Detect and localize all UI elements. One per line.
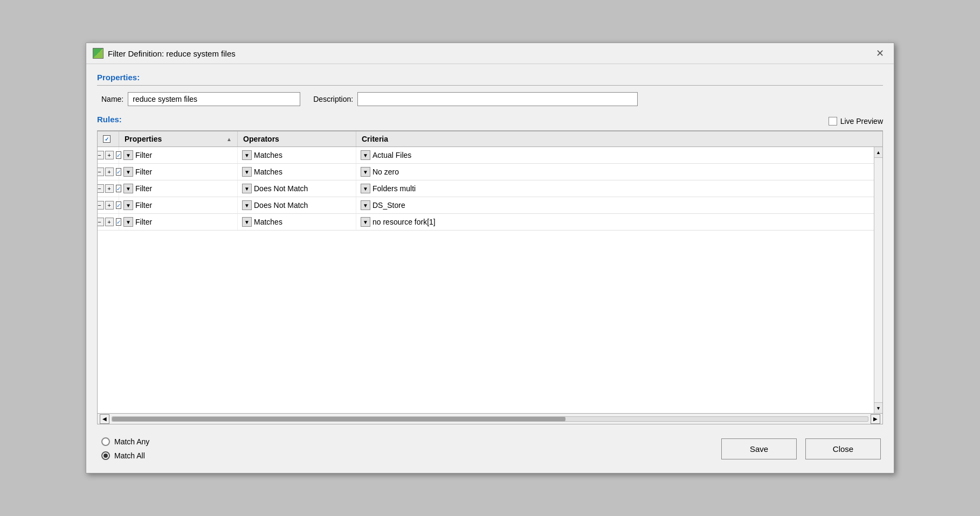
properties-fields: Name: Description:: [97, 92, 883, 106]
title-bar-left: Filter Definition: reduce system files: [93, 48, 236, 59]
table-row: − + ▼ Filter ▼ Matches ▼ No zero: [98, 164, 874, 180]
table-row: − + ▼ Filter ▼ Matches ▼ no resource for…: [98, 214, 874, 231]
operator-dropdown-2[interactable]: ▼: [242, 184, 252, 193]
row-add-remove-1: − +: [98, 168, 114, 176]
title-bar: Filter Definition: reduce system files ✕: [86, 43, 894, 64]
row-controls-3: − +: [98, 197, 119, 213]
live-preview-checkbox[interactable]: [829, 117, 837, 125]
action-buttons: Save Close: [721, 438, 883, 459]
match-any-radio[interactable]: [101, 437, 110, 446]
match-all-option[interactable]: Match All: [101, 451, 149, 460]
criteria-dropdown-3[interactable]: ▼: [361, 200, 370, 210]
operator-value-0: Matches: [254, 151, 282, 159]
table-header: Properties ▲ Operators Criteria: [98, 131, 882, 147]
row-add-remove-2: − +: [98, 184, 114, 193]
close-button-footer[interactable]: Close: [805, 438, 881, 459]
vertical-scrollbar[interactable]: ▲ ▼: [874, 147, 882, 413]
remove-btn-2[interactable]: −: [98, 184, 104, 193]
property-value-3: Filter: [135, 201, 152, 210]
criteria-dropdown-1[interactable]: ▼: [361, 167, 370, 177]
criteria-dropdown-0[interactable]: ▼: [361, 150, 370, 160]
operator-dropdown-4[interactable]: ▼: [242, 217, 252, 227]
scroll-track[interactable]: [112, 416, 868, 422]
criteria-value-1: No zero: [372, 168, 399, 176]
add-btn-4[interactable]: +: [105, 218, 114, 226]
operator-value-2: Does Not Match: [254, 184, 308, 193]
operator-value-4: Matches: [254, 218, 282, 226]
match-all-radio[interactable]: [101, 451, 110, 460]
row-add-remove-0: − +: [98, 151, 114, 159]
property-dropdown-0[interactable]: ▼: [123, 150, 133, 160]
th-properties: Properties ▲: [119, 131, 238, 147]
row-property-2: ▼ Filter: [119, 180, 238, 197]
col-properties: Properties: [125, 135, 162, 143]
rules-header: Rules: Live Preview: [97, 115, 883, 127]
add-btn-3[interactable]: +: [105, 201, 114, 210]
operator-dropdown-0[interactable]: ▼: [242, 150, 252, 160]
row-property-0: ▼ Filter: [119, 147, 238, 163]
name-field-group: Name:: [101, 92, 300, 106]
property-value-4: Filter: [135, 218, 152, 226]
sort-icon-properties: ▲: [226, 136, 232, 142]
criteria-value-0: Actual Files: [372, 151, 411, 159]
dialog: Filter Definition: reduce system files ✕…: [86, 43, 894, 473]
save-button[interactable]: Save: [721, 438, 797, 459]
row-criteria-2: ▼ Folders multi: [356, 180, 874, 197]
description-label: Description:: [313, 95, 353, 103]
remove-btn-4[interactable]: −: [98, 218, 104, 226]
th-controls: [98, 131, 119, 147]
operator-dropdown-3[interactable]: ▼: [242, 200, 252, 210]
property-dropdown-2[interactable]: ▼: [123, 184, 133, 193]
add-btn-0[interactable]: +: [105, 151, 114, 159]
remove-btn-0[interactable]: −: [98, 151, 104, 159]
properties-label: Properties:: [97, 73, 883, 82]
description-input[interactable]: [357, 92, 638, 106]
row-operator-3: ▼ Does Not Match: [238, 197, 356, 213]
filter-icon: [93, 48, 103, 59]
property-dropdown-1[interactable]: ▼: [123, 167, 133, 177]
row-add-remove-4: − +: [98, 218, 114, 226]
add-btn-2[interactable]: +: [105, 184, 114, 193]
horizontal-scrollbar: ◀ ▶: [98, 413, 882, 424]
match-any-option[interactable]: Match Any: [101, 437, 149, 446]
row-controls-4: − +: [98, 214, 119, 230]
radio-group: Match Any Match All: [97, 437, 149, 460]
row-operator-1: ▼ Matches: [238, 164, 356, 180]
rules-label: Rules:: [97, 115, 122, 124]
row-property-3: ▼ Filter: [119, 197, 238, 213]
rules-table: Properties ▲ Operators Criteria − +: [97, 131, 883, 424]
scroll-left-arrow[interactable]: ◀: [100, 414, 109, 424]
col-criteria: Criteria: [362, 135, 388, 143]
row-property-4: ▼ Filter: [119, 214, 238, 230]
property-dropdown-4[interactable]: ▼: [123, 217, 133, 227]
row-operator-0: ▼ Matches: [238, 147, 356, 163]
remove-btn-3[interactable]: −: [98, 201, 104, 210]
header-checkbox[interactable]: [103, 135, 111, 143]
row-operator-2: ▼ Does Not Match: [238, 180, 356, 197]
property-value-1: Filter: [135, 168, 152, 176]
scroll-down-arrow[interactable]: ▼: [874, 402, 882, 413]
scroll-up-arrow[interactable]: ▲: [874, 147, 882, 158]
property-dropdown-3[interactable]: ▼: [123, 200, 133, 210]
row-criteria-4: ▼ no resource fork[1]: [356, 214, 874, 230]
col-operators: Operators: [243, 135, 279, 143]
criteria-value-4: no resource fork[1]: [372, 218, 436, 226]
row-criteria-0: ▼ Actual Files: [356, 147, 874, 163]
scroll-thumb: [112, 417, 565, 421]
live-preview-group: Live Preview: [829, 117, 883, 125]
operator-dropdown-1[interactable]: ▼: [242, 167, 252, 177]
criteria-value-3: DS_Store: [372, 201, 405, 210]
name-input[interactable]: [128, 92, 300, 106]
row-criteria-1: ▼ No zero: [356, 164, 874, 180]
criteria-dropdown-2[interactable]: ▼: [361, 184, 370, 193]
th-criteria: Criteria: [356, 131, 882, 147]
row-property-1: ▼ Filter: [119, 164, 238, 180]
close-button[interactable]: ✕: [873, 47, 887, 59]
scroll-right-arrow[interactable]: ▶: [871, 414, 880, 424]
match-all-label: Match All: [114, 451, 145, 460]
row-add-remove-3: − +: [98, 201, 114, 210]
rules-section: Rules: Live Preview Properties ▲: [97, 115, 883, 424]
remove-btn-1[interactable]: −: [98, 168, 104, 176]
criteria-dropdown-4[interactable]: ▼: [361, 217, 370, 227]
add-btn-1[interactable]: +: [105, 168, 114, 176]
